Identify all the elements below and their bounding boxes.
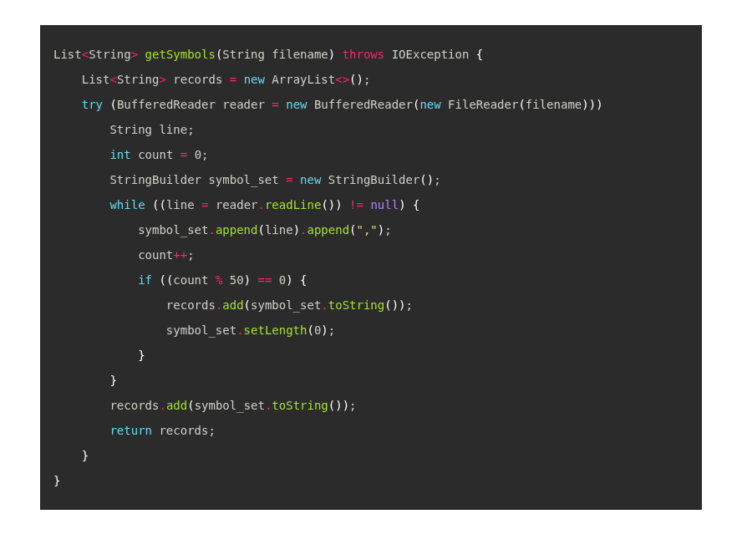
code-token: = bbox=[230, 73, 236, 86]
code-token: { bbox=[476, 48, 483, 61]
code-token: StringBuilder symbol_set bbox=[109, 173, 286, 186]
code-token: ; bbox=[187, 123, 194, 136]
code-token bbox=[293, 173, 300, 186]
code-line: count++; bbox=[53, 248, 195, 262]
code-line: symbol_set.setLength(0); bbox=[53, 323, 335, 337]
code-token: symbol_set bbox=[195, 399, 265, 412]
code-token: reader bbox=[208, 198, 257, 211]
code-token: () bbox=[419, 173, 434, 186]
code-token: } bbox=[109, 374, 116, 387]
code-token: { bbox=[413, 198, 419, 211]
code-scroll-region[interactable]: List<String> getSymbols(String filename)… bbox=[40, 25, 702, 510]
code-token: try bbox=[82, 98, 103, 111]
code-token: > bbox=[159, 73, 165, 86]
code-token: ; bbox=[187, 248, 194, 262]
code-line: } bbox=[53, 474, 60, 487]
code-line: symbol_set.append(line).append(","); bbox=[53, 223, 392, 237]
code-line: records.add(symbol_set.toString()); bbox=[53, 298, 413, 312]
code-token: > bbox=[131, 48, 138, 61]
code-token: <> bbox=[335, 73, 349, 86]
code-token: null bbox=[370, 198, 399, 211]
code-token: . bbox=[300, 223, 307, 237]
code-line: while ((line = reader.readLine()) != nul… bbox=[53, 198, 419, 211]
code-token: ; bbox=[384, 223, 391, 237]
code-token: ArrayList bbox=[265, 73, 335, 86]
code-token: count bbox=[138, 248, 173, 262]
code-token: append bbox=[307, 223, 350, 237]
code-token: = bbox=[286, 173, 292, 186]
code-token: readLine bbox=[265, 198, 321, 211]
code-token bbox=[187, 148, 194, 161]
code-token: records bbox=[166, 298, 216, 312]
code-token: StringBuilder bbox=[321, 173, 419, 186]
code-token: (( bbox=[159, 273, 173, 287]
code-token: { bbox=[300, 273, 307, 287]
code-token: new bbox=[244, 73, 265, 86]
code-token bbox=[335, 48, 342, 61]
code-token: . bbox=[321, 298, 328, 312]
code-token: line bbox=[166, 198, 201, 211]
code-token: (( bbox=[152, 198, 166, 211]
code-token: 50 bbox=[222, 273, 243, 287]
code-token: ; bbox=[406, 298, 413, 312]
code-token: List bbox=[53, 48, 82, 61]
code-token: ()) bbox=[321, 198, 342, 211]
code-token: ( bbox=[244, 298, 251, 312]
code-token: FileReader bbox=[441, 98, 519, 111]
code-token: if bbox=[138, 273, 152, 287]
code-line: } bbox=[53, 349, 145, 362]
code-token: toString bbox=[272, 399, 328, 412]
code-token: new bbox=[286, 98, 307, 111]
code-token: filename bbox=[526, 98, 582, 111]
code-token: } bbox=[82, 449, 89, 462]
code-token bbox=[145, 198, 152, 211]
code-token bbox=[406, 198, 413, 211]
code-token: int bbox=[109, 148, 130, 161]
code-token: ; bbox=[201, 148, 208, 161]
code-token: ( bbox=[307, 323, 313, 337]
code-token: < bbox=[109, 73, 116, 86]
code-token: ( bbox=[187, 399, 194, 412]
code-token: symbol_set bbox=[251, 298, 321, 312]
code-token: } bbox=[53, 474, 60, 487]
code-token: while bbox=[109, 198, 145, 211]
code-token: ( bbox=[257, 223, 264, 237]
code-token: setLength bbox=[244, 323, 307, 337]
code-token: 0 bbox=[272, 273, 286, 287]
code-token: IOException bbox=[384, 48, 476, 61]
code-token: ; bbox=[434, 173, 440, 186]
code-token: String filename bbox=[222, 48, 328, 61]
code-token: )) bbox=[582, 98, 596, 111]
code-token: ) bbox=[596, 98, 602, 111]
code-token: = bbox=[180, 148, 187, 161]
code-token: . bbox=[208, 223, 215, 237]
code-line: try (BufferedReader reader = new Buffere… bbox=[53, 98, 603, 111]
code-token: symbol_set bbox=[138, 223, 208, 237]
code-line: return records; bbox=[53, 424, 216, 437]
code-token: ) bbox=[244, 273, 251, 287]
code-token: symbol_set bbox=[166, 323, 236, 337]
code-line: } bbox=[53, 449, 89, 462]
code-token bbox=[343, 198, 349, 211]
code-line: if ((count % 50) == 0) { bbox=[53, 273, 307, 287]
code-token: new bbox=[300, 173, 321, 186]
code-token: "," bbox=[357, 223, 378, 237]
code-token: add bbox=[166, 399, 187, 412]
code-token: . bbox=[159, 399, 165, 412]
code-token: toString bbox=[328, 298, 384, 312]
code-token: ()) bbox=[328, 399, 349, 412]
code-token: String line bbox=[109, 123, 187, 136]
code-token: ) bbox=[399, 198, 405, 211]
code-token bbox=[279, 98, 286, 111]
code-line: records.add(symbol_set.toString()); bbox=[53, 399, 357, 412]
code-token bbox=[251, 273, 257, 287]
code-token: ) bbox=[293, 223, 300, 237]
code-token: . bbox=[236, 323, 243, 337]
code-token: ; bbox=[208, 424, 215, 437]
code-token: add bbox=[222, 298, 243, 312]
code-token: ) bbox=[328, 48, 335, 61]
code-token: String bbox=[117, 73, 160, 86]
code-token: count bbox=[131, 148, 180, 161]
code-token: ( bbox=[349, 223, 356, 237]
code-token: } bbox=[138, 349, 145, 362]
